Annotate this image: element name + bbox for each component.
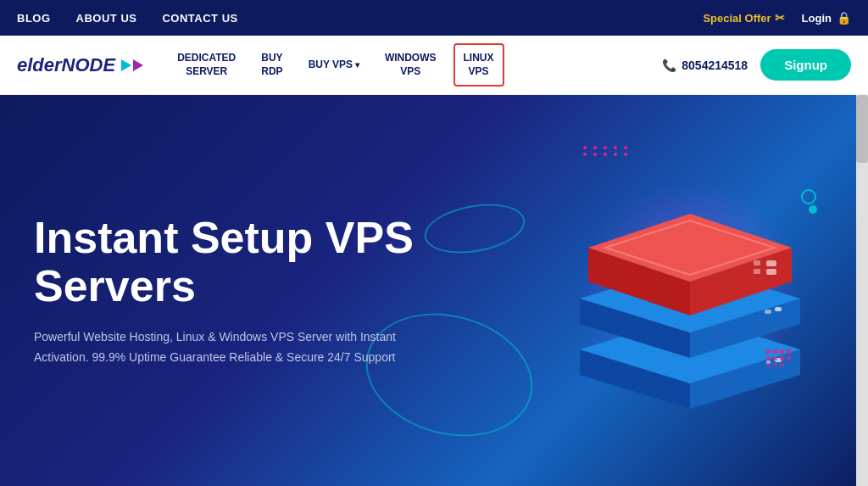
special-offer-link[interactable]: Special Offer ✂ xyxy=(703,11,784,25)
top-nav-blog[interactable]: BLOG xyxy=(17,12,51,25)
phone-number: 📞 8054214518 xyxy=(662,59,748,72)
top-nav-contact[interactable]: CONTACT US xyxy=(162,12,237,25)
svg-rect-21 xyxy=(780,349,784,354)
signup-button[interactable]: Signup xyxy=(760,49,851,81)
svg-rect-25 xyxy=(780,356,784,360)
server-illustration xyxy=(504,120,843,477)
nav-buy-vps[interactable]: BUY VPS xyxy=(300,52,368,79)
svg-rect-10 xyxy=(765,310,771,314)
svg-rect-23 xyxy=(766,356,771,360)
svg-rect-18 xyxy=(754,269,760,274)
svg-rect-9 xyxy=(775,307,782,311)
top-right-links: Special Offer ✂ Login 🔒 xyxy=(703,11,851,25)
logo[interactable]: elderNODE xyxy=(17,54,143,76)
svg-rect-22 xyxy=(787,349,791,354)
svg-rect-19 xyxy=(766,349,771,354)
special-offer-label: Special Offer xyxy=(703,12,771,25)
top-bar: BLOG ABOUT US CONTACT US Special Offer ✂… xyxy=(0,0,868,36)
phone-number-text: 8054214518 xyxy=(682,59,748,72)
top-nav-links: BLOG ABOUT US CONTACT US xyxy=(17,12,703,25)
nav-windows-vps[interactable]: WINDOWS VPS xyxy=(376,45,445,85)
svg-rect-29 xyxy=(780,363,784,367)
svg-rect-20 xyxy=(773,349,777,354)
svg-rect-28 xyxy=(773,363,777,367)
nav-linux-vps[interactable]: LINUX VPS xyxy=(453,43,504,87)
phone-icon: 📞 xyxy=(662,59,676,72)
hero-section: Instant Setup VPS Servers Powerful Websi… xyxy=(0,95,868,486)
scrollbar[interactable] xyxy=(856,95,868,486)
hero-heading: Instant Setup VPS Servers xyxy=(34,214,424,310)
nav-right-section: 📞 8054214518 Signup xyxy=(662,49,851,81)
top-nav-about[interactable]: ABOUT US xyxy=(76,12,137,25)
svg-rect-24 xyxy=(773,356,777,360)
svg-rect-16 xyxy=(766,269,776,275)
main-nav-items: DEDICATED SERVER BUY RDP BUY VPS WINDOWS… xyxy=(169,43,662,87)
nav-dedicated-server[interactable]: DEDICATED SERVER xyxy=(169,45,244,85)
svg-point-30 xyxy=(802,190,815,204)
lock-icon: 🔒 xyxy=(837,11,851,25)
hero-description: Powerful Website Hosting, Linux & Window… xyxy=(34,327,424,368)
scrollbar-thumb[interactable] xyxy=(856,95,868,163)
svg-rect-15 xyxy=(766,260,776,266)
svg-rect-17 xyxy=(754,260,760,265)
login-label: Login xyxy=(802,12,832,25)
svg-rect-26 xyxy=(787,356,791,360)
scissors-icon: ✂ xyxy=(775,11,785,25)
logo-arrow2 xyxy=(133,59,143,71)
login-link[interactable]: Login 🔒 xyxy=(802,11,851,25)
svg-rect-27 xyxy=(766,363,771,367)
nav-buy-rdp[interactable]: BUY RDP xyxy=(253,45,291,85)
logo-arrow1 xyxy=(121,59,131,71)
hero-text: Instant Setup VPS Servers Powerful Websi… xyxy=(34,214,424,368)
main-nav: elderNODE DEDICATED SERVER BUY RDP BUY V… xyxy=(0,36,868,95)
logo-text: elderNODE xyxy=(17,54,143,76)
